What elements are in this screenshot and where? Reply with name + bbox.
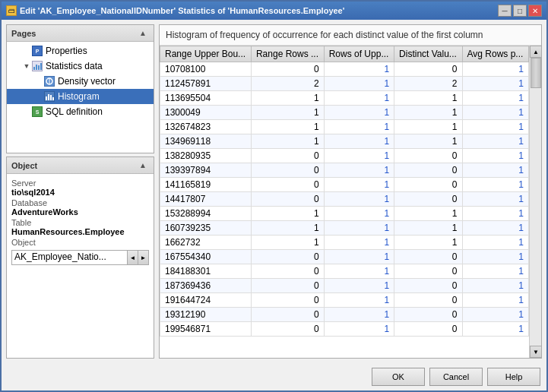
cell-range-upper: 138280935 — [160, 149, 252, 163]
object-input[interactable]: AK_Employee_Natio... — [11, 250, 128, 265]
cell-rows-upper: 1 — [324, 308, 394, 322]
sidebar-item-sql-definition[interactable]: S SQL definition — [7, 104, 154, 119]
description-text: Histogram of frequency of occurrence for… — [166, 30, 483, 40]
table-value: HumanResources.Employee — [11, 227, 149, 236]
cell-range-upper: 141165819 — [160, 178, 252, 192]
cell-distinct-val: 1 — [394, 207, 462, 221]
table-row: 1300049 1 1 1 1 — [160, 106, 529, 120]
cell-avg-rows: 1 — [462, 178, 528, 192]
table-row: 153288994 1 1 1 1 — [160, 207, 529, 221]
maximize-button[interactable]: □ — [513, 5, 527, 17]
cell-range-upper: 134969118 — [160, 134, 252, 149]
object-input-value: AK_Employee_Natio... — [14, 251, 106, 262]
sidebar-item-properties[interactable]: P Properties — [7, 43, 154, 58]
cell-avg-rows: 1 — [462, 163, 528, 178]
object-right-arrow[interactable]: ► — [138, 250, 149, 265]
help-button[interactable]: Help — [487, 368, 540, 386]
cell-distinct-val: 0 — [394, 279, 462, 293]
table-label: Table — [11, 218, 149, 227]
svg-rect-2 — [38, 65, 40, 70]
tree-toggle — [34, 92, 43, 101]
tree-toggle — [34, 77, 43, 86]
cell-range-rows: 0 — [251, 192, 324, 207]
table-wrapper[interactable]: Range Upper Bou... Range Rows ... Rows o… — [160, 46, 529, 358]
tree-toggle-expand[interactable]: ▼ — [22, 62, 31, 71]
cell-range-rows: 0 — [251, 62, 324, 77]
cell-range-rows: 0 — [251, 279, 324, 293]
cell-rows-upper: 1 — [324, 106, 394, 120]
cell-range-upper: 19312190 — [160, 308, 252, 322]
cancel-button[interactable]: Cancel — [429, 368, 483, 386]
cell-distinct-val: 0 — [394, 163, 462, 178]
table-row: 10708100 0 1 0 1 — [160, 62, 529, 77]
cell-rows-upper: 1 — [324, 192, 394, 207]
cell-range-upper: 112457891 — [160, 77, 252, 91]
svg-rect-8 — [50, 95, 52, 100]
ok-button[interactable]: OK — [372, 368, 425, 386]
scroll-down-arrow[interactable]: ▼ — [530, 346, 541, 358]
cell-avg-rows: 1 — [462, 192, 528, 207]
cell-distinct-val: 1 — [394, 134, 462, 149]
tree-toggle — [22, 107, 31, 116]
description-bar: Histogram of frequency of occurrence for… — [160, 25, 541, 46]
scrollbar-thumb[interactable] — [531, 58, 541, 88]
cell-avg-rows: 1 — [462, 91, 528, 106]
cell-avg-rows: 1 — [462, 62, 528, 77]
left-panel: Pages ▲ P Properties — [6, 24, 154, 359]
cell-avg-rows: 1 — [462, 149, 528, 163]
table-row: 113695504 1 1 1 1 — [160, 91, 529, 106]
object-panel: Object ▲ Server tio\sql2014 Database Adv… — [6, 156, 154, 359]
cell-avg-rows: 1 — [462, 106, 528, 120]
cell-range-upper: 10708100 — [160, 62, 252, 77]
right-panel: Histogram of frequency of occurrence for… — [159, 24, 542, 359]
content-area: Pages ▲ P Properties — [2, 20, 546, 363]
svg-rect-7 — [48, 94, 49, 100]
col-range-rows: Range Rows ... — [251, 46, 324, 62]
cell-range-rows: 1 — [251, 207, 324, 221]
scrollbar-track[interactable] — [530, 58, 541, 346]
cell-range-upper: 1300049 — [160, 106, 252, 120]
vertical-scrollbar[interactable]: ▲ ▼ — [529, 46, 541, 358]
histogram-icon — [43, 91, 55, 102]
cell-range-rows: 1 — [251, 134, 324, 149]
right-panel-inner: Range Upper Bou... Range Rows ... Rows o… — [160, 46, 541, 358]
pages-collapse-button[interactable]: ▲ — [137, 27, 149, 40]
cell-rows-upper: 1 — [324, 77, 394, 91]
cell-avg-rows: 1 — [462, 279, 528, 293]
cell-rows-upper: 1 — [324, 62, 394, 77]
cell-distinct-val: 1 — [394, 120, 462, 134]
cell-avg-rows: 1 — [462, 77, 528, 91]
title-bar-left: 🗃 Edit 'AK_Employee_NationalIDNumber' St… — [6, 5, 344, 16]
database-label: Database — [11, 198, 149, 207]
cell-avg-rows: 1 — [462, 293, 528, 308]
object-collapse-button[interactable]: ▲ — [137, 160, 149, 172]
table-row: 138280935 0 1 0 1 — [160, 149, 529, 163]
col-avg-rows: Avg Rows p... — [462, 46, 528, 62]
cell-rows-upper: 1 — [324, 264, 394, 279]
minimize-button[interactable]: ─ — [498, 5, 512, 17]
sidebar-item-density-vector[interactable]: Density vector — [7, 74, 154, 89]
cell-distinct-val: 0 — [394, 308, 462, 322]
cell-rows-upper: 1 — [324, 236, 394, 250]
cell-rows-upper: 1 — [324, 279, 394, 293]
table-row: 1662732 1 1 1 1 — [160, 236, 529, 250]
sidebar-item-label: SQL definition — [46, 106, 103, 117]
window-title: Edit 'AK_Employee_NationalIDNumber' Stat… — [20, 6, 344, 15]
cell-range-upper: 139397894 — [160, 163, 252, 178]
cell-range-rows: 2 — [251, 77, 324, 91]
cell-distinct-val: 0 — [394, 62, 462, 77]
cell-avg-rows: 1 — [462, 207, 528, 221]
object-left-arrow[interactable]: ◄ — [128, 250, 138, 265]
cell-distinct-val: 0 — [394, 322, 462, 337]
sidebar-item-histogram[interactable]: Histogram — [7, 89, 154, 104]
cell-avg-rows: 1 — [462, 221, 528, 236]
close-button[interactable]: ✕ — [528, 5, 542, 17]
svg-rect-0 — [33, 67, 35, 70]
cell-range-rows: 0 — [251, 178, 324, 192]
cell-distinct-val: 0 — [394, 192, 462, 207]
cell-distinct-val: 1 — [394, 91, 462, 106]
col-range-upper: Range Upper Bou... — [160, 46, 252, 62]
scroll-up-arrow[interactable]: ▲ — [530, 46, 541, 58]
sidebar-item-statistics-data[interactable]: ▼ Statistics data — [7, 58, 154, 74]
button-bar: OK Cancel Help — [2, 363, 546, 390]
